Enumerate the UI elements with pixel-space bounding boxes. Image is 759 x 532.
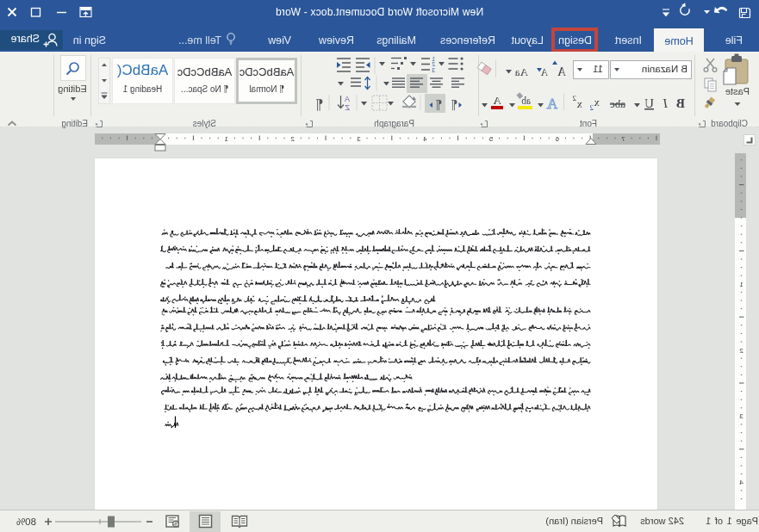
svg-text:80%: 80% [16,517,36,527]
